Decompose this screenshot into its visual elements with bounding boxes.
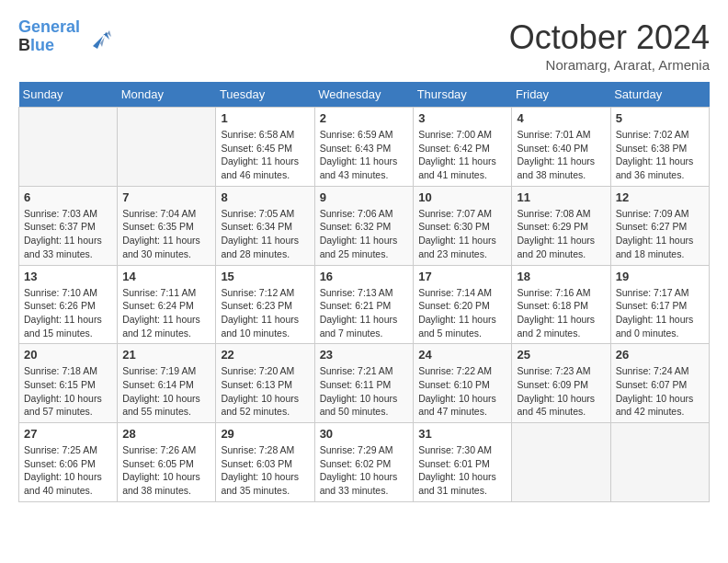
- svg-marker-0: [93, 32, 109, 49]
- day-info: Sunrise: 7:10 AM Sunset: 6:26 PM Dayligh…: [24, 286, 112, 340]
- day-number: 8: [221, 190, 309, 204]
- day-info: Sunrise: 7:17 AM Sunset: 6:17 PM Dayligh…: [616, 286, 704, 340]
- day-number: 13: [24, 270, 112, 283]
- weekday-header-tuesday: Tuesday: [216, 82, 314, 108]
- day-info: Sunrise: 7:05 AM Sunset: 6:34 PM Dayligh…: [221, 207, 309, 261]
- calendar-cell: 5Sunrise: 7:02 AM Sunset: 6:38 PM Daylig…: [610, 108, 709, 187]
- calendar-cell: 9Sunrise: 7:06 AM Sunset: 6:32 PM Daylig…: [314, 186, 414, 265]
- day-info: Sunrise: 7:00 AM Sunset: 6:42 PM Dayligh…: [418, 128, 506, 182]
- day-number: 25: [517, 348, 605, 362]
- day-number: 10: [418, 190, 506, 204]
- calendar-cell: 6Sunrise: 7:03 AM Sunset: 6:37 PM Daylig…: [19, 186, 118, 265]
- day-number: 9: [320, 190, 409, 204]
- weekday-header-thursday: Thursday: [414, 82, 512, 108]
- day-info: Sunrise: 7:01 AM Sunset: 6:40 PM Dayligh…: [517, 128, 605, 182]
- day-number: 14: [122, 270, 210, 283]
- day-info: Sunrise: 7:20 AM Sunset: 6:13 PM Dayligh…: [221, 364, 309, 419]
- day-info: Sunrise: 7:02 AM Sunset: 6:38 PM Dayligh…: [616, 128, 704, 182]
- day-number: 28: [122, 427, 210, 441]
- day-info: Sunrise: 7:30 AM Sunset: 6:01 PM Dayligh…: [418, 443, 506, 498]
- calendar-cell: 11Sunrise: 7:08 AM Sunset: 6:29 PM Dayli…: [512, 186, 610, 265]
- calendar-cell: 29Sunrise: 7:28 AM Sunset: 6:03 PM Dayli…: [216, 423, 314, 502]
- day-number: 4: [517, 111, 605, 125]
- calendar-cell: 14Sunrise: 7:11 AM Sunset: 6:24 PM Dayli…: [118, 265, 216, 344]
- page-header: GeneralBlue October 2024 Noramarg, Arara…: [18, 18, 710, 73]
- day-number: 27: [24, 427, 112, 441]
- weekday-header-friday: Friday: [512, 82, 610, 108]
- logo-icon: [84, 23, 111, 51]
- calendar-body: 1Sunrise: 6:58 AM Sunset: 6:45 PM Daylig…: [19, 108, 710, 502]
- day-number: 23: [320, 348, 409, 362]
- day-info: Sunrise: 7:06 AM Sunset: 6:32 PM Dayligh…: [320, 207, 409, 261]
- title-block: October 2024 Noramarg, Ararat, Armenia: [509, 18, 710, 73]
- calendar-cell: 24Sunrise: 7:22 AM Sunset: 6:10 PM Dayli…: [414, 344, 512, 423]
- day-info: Sunrise: 7:21 AM Sunset: 6:11 PM Dayligh…: [320, 364, 409, 419]
- day-number: 19: [616, 270, 704, 283]
- calendar-cell: [118, 108, 216, 187]
- day-info: Sunrise: 7:09 AM Sunset: 6:27 PM Dayligh…: [616, 207, 704, 261]
- day-info: Sunrise: 7:18 AM Sunset: 6:15 PM Dayligh…: [24, 364, 112, 419]
- calendar-cell: 17Sunrise: 7:14 AM Sunset: 6:20 PM Dayli…: [414, 265, 512, 344]
- week-row-4: 20Sunrise: 7:18 AM Sunset: 6:15 PM Dayli…: [19, 344, 710, 423]
- calendar-cell: 8Sunrise: 7:05 AM Sunset: 6:34 PM Daylig…: [216, 186, 314, 265]
- day-number: 21: [122, 348, 210, 362]
- day-number: 3: [418, 111, 506, 125]
- week-row-5: 27Sunrise: 7:25 AM Sunset: 6:06 PM Dayli…: [19, 423, 710, 502]
- day-number: 2: [320, 111, 409, 125]
- calendar-cell: 12Sunrise: 7:09 AM Sunset: 6:27 PM Dayli…: [610, 186, 709, 265]
- calendar-cell: [512, 423, 610, 502]
- day-info: Sunrise: 7:07 AM Sunset: 6:30 PM Dayligh…: [418, 207, 506, 261]
- day-info: Sunrise: 7:14 AM Sunset: 6:20 PM Dayligh…: [418, 286, 506, 340]
- day-info: Sunrise: 7:29 AM Sunset: 6:02 PM Dayligh…: [320, 443, 409, 498]
- week-row-2: 6Sunrise: 7:03 AM Sunset: 6:37 PM Daylig…: [19, 186, 710, 265]
- day-number: 18: [517, 270, 605, 283]
- calendar-cell: 1Sunrise: 6:58 AM Sunset: 6:45 PM Daylig…: [216, 108, 314, 187]
- day-info: Sunrise: 7:03 AM Sunset: 6:37 PM Dayligh…: [24, 207, 112, 261]
- calendar-cell: 2Sunrise: 6:59 AM Sunset: 6:43 PM Daylig…: [314, 108, 414, 187]
- calendar-cell: 15Sunrise: 7:12 AM Sunset: 6:23 PM Dayli…: [216, 265, 314, 344]
- calendar-cell: 10Sunrise: 7:07 AM Sunset: 6:30 PM Dayli…: [414, 186, 512, 265]
- day-info: Sunrise: 7:23 AM Sunset: 6:09 PM Dayligh…: [517, 364, 605, 419]
- day-number: 31: [418, 427, 506, 441]
- week-row-3: 13Sunrise: 7:10 AM Sunset: 6:26 PM Dayli…: [19, 265, 710, 344]
- weekday-header-sunday: Sunday: [19, 82, 118, 108]
- day-info: Sunrise: 7:16 AM Sunset: 6:18 PM Dayligh…: [517, 286, 605, 340]
- day-info: Sunrise: 7:28 AM Sunset: 6:03 PM Dayligh…: [221, 443, 309, 498]
- day-number: 5: [616, 111, 704, 125]
- day-number: 22: [221, 348, 309, 362]
- weekday-header-saturday: Saturday: [610, 82, 709, 108]
- day-number: 29: [221, 427, 309, 441]
- day-info: Sunrise: 7:04 AM Sunset: 6:35 PM Dayligh…: [122, 207, 210, 261]
- month-title: October 2024: [509, 18, 710, 57]
- logo-text: GeneralBlue: [18, 18, 80, 55]
- day-number: 24: [418, 348, 506, 362]
- calendar-cell: 21Sunrise: 7:19 AM Sunset: 6:14 PM Dayli…: [118, 344, 216, 423]
- calendar-cell: 23Sunrise: 7:21 AM Sunset: 6:11 PM Dayli…: [314, 344, 414, 423]
- calendar-cell: 27Sunrise: 7:25 AM Sunset: 6:06 PM Dayli…: [19, 423, 118, 502]
- day-info: Sunrise: 6:58 AM Sunset: 6:45 PM Dayligh…: [221, 128, 309, 182]
- calendar-cell: [610, 423, 709, 502]
- calendar-cell: 13Sunrise: 7:10 AM Sunset: 6:26 PM Dayli…: [19, 265, 118, 344]
- day-info: Sunrise: 7:11 AM Sunset: 6:24 PM Dayligh…: [122, 286, 210, 340]
- calendar-cell: 16Sunrise: 7:13 AM Sunset: 6:21 PM Dayli…: [314, 265, 414, 344]
- calendar-table: SundayMondayTuesdayWednesdayThursdayFrid…: [18, 82, 710, 502]
- calendar-cell: 3Sunrise: 7:00 AM Sunset: 6:42 PM Daylig…: [414, 108, 512, 187]
- location: Noramarg, Ararat, Armenia: [509, 57, 710, 73]
- calendar-cell: 7Sunrise: 7:04 AM Sunset: 6:35 PM Daylig…: [118, 186, 216, 265]
- calendar-cell: 30Sunrise: 7:29 AM Sunset: 6:02 PM Dayli…: [314, 423, 414, 502]
- day-info: Sunrise: 7:22 AM Sunset: 6:10 PM Dayligh…: [418, 364, 506, 419]
- calendar-cell: 20Sunrise: 7:18 AM Sunset: 6:15 PM Dayli…: [19, 344, 118, 423]
- day-info: Sunrise: 7:19 AM Sunset: 6:14 PM Dayligh…: [122, 364, 210, 419]
- day-info: Sunrise: 7:13 AM Sunset: 6:21 PM Dayligh…: [320, 286, 409, 340]
- calendar-cell: 26Sunrise: 7:24 AM Sunset: 6:07 PM Dayli…: [610, 344, 709, 423]
- calendar-cell: 18Sunrise: 7:16 AM Sunset: 6:18 PM Dayli…: [512, 265, 610, 344]
- calendar-cell: 31Sunrise: 7:30 AM Sunset: 6:01 PM Dayli…: [414, 423, 512, 502]
- day-number: 15: [221, 270, 309, 283]
- day-number: 12: [616, 190, 704, 204]
- day-info: Sunrise: 7:08 AM Sunset: 6:29 PM Dayligh…: [517, 207, 605, 261]
- day-number: 26: [616, 348, 704, 362]
- day-number: 17: [418, 270, 506, 283]
- day-number: 1: [221, 111, 309, 125]
- calendar-cell: 28Sunrise: 7:26 AM Sunset: 6:05 PM Dayli…: [118, 423, 216, 502]
- day-number: 7: [122, 190, 210, 204]
